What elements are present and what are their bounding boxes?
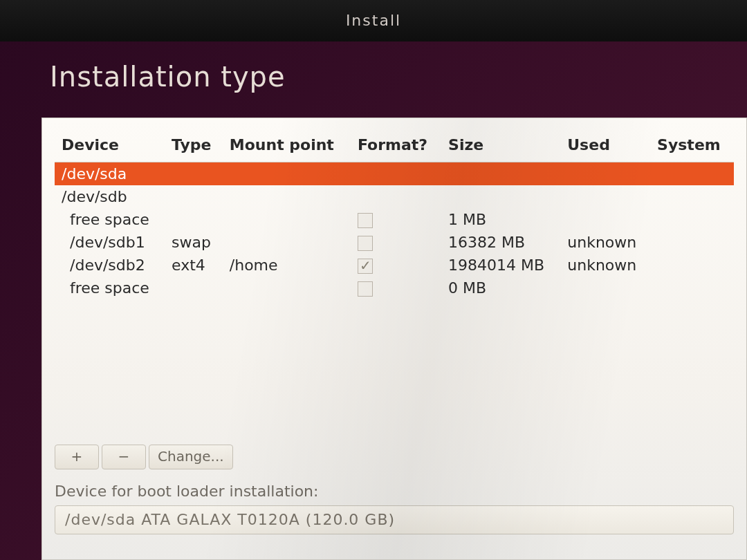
cell-size: 1 MB [441,208,560,231]
cell-mount [223,277,351,299]
col-size[interactable]: Size [441,131,560,162]
col-type[interactable]: Type [165,131,223,162]
cell-device: /dev/sdb1 [55,231,165,254]
format-checkbox[interactable] [358,213,373,228]
page-title: Installation type [0,41,747,108]
cell-system [650,277,734,299]
cell-format [351,162,441,186]
cell-used [560,162,650,186]
cell-mount: /home [223,254,351,277]
cell-type [165,185,223,208]
format-checkbox[interactable] [358,259,373,274]
cell-mount [223,162,351,186]
cell-size: 0 MB [441,277,560,299]
window-titlebar: Install [0,0,747,41]
partition-panel: Device Type Mount point Format? Size Use… [42,118,747,560]
cell-used [560,208,650,231]
cell-used: unknown [560,231,650,254]
cell-device: free space [55,208,165,231]
cell-type: swap [165,231,223,254]
format-checkbox[interactable] [358,281,373,297]
col-used[interactable]: Used [560,131,650,162]
cell-system [650,162,734,186]
col-system[interactable]: System [650,131,734,162]
col-format[interactable]: Format? [351,131,441,162]
col-mount[interactable]: Mount point [223,131,351,162]
cell-system [650,254,734,277]
cell-type [165,208,223,231]
cell-type [165,277,223,299]
table-row[interactable]: free space1 MB [55,208,734,231]
cell-format[interactable] [351,254,441,277]
format-checkbox[interactable] [358,236,373,251]
change-partition-button[interactable]: Change... [149,445,233,469]
cell-format[interactable] [351,277,441,299]
cell-used [560,277,650,299]
cell-size: 16382 MB [441,231,560,254]
cell-system [650,185,734,208]
cell-device: /dev/sdb [55,185,165,208]
cell-mount [223,185,351,208]
bootloader-label: Device for boot loader installation: [55,483,318,500]
cell-used: unknown [560,254,650,277]
cell-mount [223,231,351,254]
col-device[interactable]: Device [55,131,165,162]
cell-system [650,231,734,254]
table-row[interactable]: /dev/sda [55,162,734,186]
cell-device: /dev/sda [55,162,165,186]
cell-size [441,162,560,186]
cell-format[interactable] [351,208,441,231]
cell-type: ext4 [165,254,223,277]
cell-type [165,162,223,186]
add-partition-button[interactable]: + [55,445,99,469]
bootloader-device-select[interactable]: /dev/sda ATA GALAX T0120A (120.0 GB) [55,505,734,534]
cell-format[interactable] [351,231,441,254]
table-row[interactable]: free space0 MB [55,277,734,299]
cell-device: free space [55,277,165,299]
partition-table: Device Type Mount point Format? Size Use… [55,131,734,299]
table-row[interactable]: /dev/sdb2ext4/home1984014 MBunknown [55,254,734,277]
cell-used [560,185,650,208]
table-row[interactable]: /dev/sdb [55,185,734,208]
cell-system [650,208,734,231]
partition-toolbar: + − Change... [55,445,233,469]
remove-partition-button[interactable]: − [102,445,146,469]
cell-mount [223,208,351,231]
cell-size: 1984014 MB [441,254,560,277]
cell-format [351,185,441,208]
cell-device: /dev/sdb2 [55,254,165,277]
table-row[interactable]: /dev/sdb1swap16382 MBunknown [55,231,734,254]
table-header-row: Device Type Mount point Format? Size Use… [55,131,734,162]
cell-size [441,185,560,208]
